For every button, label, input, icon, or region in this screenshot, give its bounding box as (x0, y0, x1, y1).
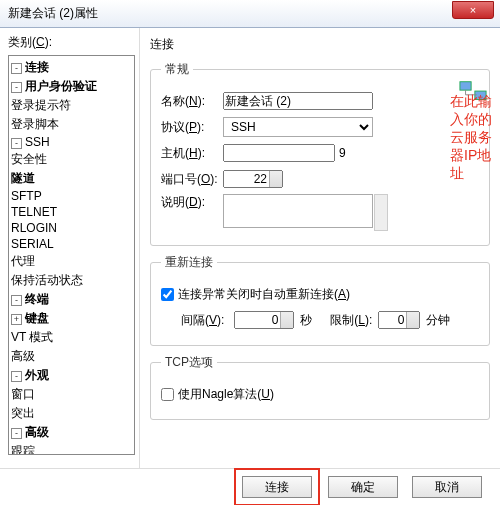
tree-item[interactable]: -外观 (11, 366, 132, 385)
tree-item-label: SERIAL (11, 237, 54, 251)
tree-item[interactable]: -连接 (11, 58, 132, 77)
protocol-select[interactable]: SSH (223, 117, 373, 137)
category-label: 类别(C): (8, 34, 135, 51)
tree-item[interactable]: 突出 (11, 404, 132, 423)
titlebar: 新建会话 (2)属性 × (0, 0, 500, 28)
tree-item[interactable]: 窗口 (11, 385, 132, 404)
tcp-legend: TCP选项 (161, 354, 217, 371)
close-button[interactable]: × (452, 1, 494, 19)
nagle-checkbox[interactable] (161, 388, 174, 401)
tree-item-label: SFTP (11, 189, 42, 203)
host-input[interactable] (223, 144, 335, 162)
tree-item[interactable]: -SSH (11, 134, 132, 150)
tree-item-label: 用户身份验证 (25, 79, 97, 93)
tree-item-label: 外观 (25, 368, 49, 382)
left-panel: 类别(C): -连接-用户身份验证登录提示符登录脚本-SSH安全性隧道SFTPT… (0, 28, 140, 468)
category-tree[interactable]: -连接-用户身份验证登录提示符登录脚本-SSH安全性隧道SFTPTELNETRL… (8, 55, 135, 455)
host-suffix: 9 (339, 146, 346, 160)
tree-item-label: VT 模式 (11, 330, 53, 344)
reconnect-group: 重新连接 连接异常关闭时自动重新连接(A) 间隔(V): 秒 限制(L): 分钟 (150, 254, 490, 346)
limit-label: 限制(L): (330, 312, 372, 329)
tree-item-label: 隧道 (11, 171, 35, 185)
footer: 连接 确定 取消 (0, 468, 500, 504)
annotation-text: 在此输入你的云服务器IP地址 (450, 92, 500, 182)
tree-item[interactable]: RLOGIN (11, 220, 132, 236)
tree-item-label: SSH (25, 135, 50, 149)
tcp-group: TCP选项 使用Nagle算法(U) (150, 354, 490, 420)
ok-button[interactable]: 确定 (328, 476, 398, 498)
tree-item-label: 连接 (25, 60, 49, 74)
limit-input[interactable] (378, 311, 420, 329)
name-input[interactable] (223, 92, 373, 110)
window-title: 新建会话 (2)属性 (8, 5, 452, 22)
tree-item-label: 键盘 (25, 311, 49, 325)
collapse-icon[interactable]: - (11, 371, 22, 382)
interval-label: 间隔(V): (181, 312, 224, 329)
collapse-icon[interactable]: - (11, 63, 22, 74)
tree-item[interactable]: +键盘 (11, 309, 132, 328)
connect-highlight: 连接 (240, 474, 314, 500)
reconnect-legend: 重新连接 (161, 254, 217, 271)
collapse-icon[interactable]: - (11, 138, 22, 149)
tree-item-label: 高级 (25, 425, 49, 439)
tree-item-label: 终端 (25, 292, 49, 306)
tree-item-label: TELNET (11, 205, 57, 219)
expand-icon[interactable]: + (11, 314, 22, 325)
tree-item-label: RLOGIN (11, 221, 57, 235)
tree-item[interactable]: SERIAL (11, 236, 132, 252)
page-heading: 连接 (150, 36, 490, 53)
scrollbar[interactable] (374, 194, 388, 231)
auto-reconnect-checkbox[interactable] (161, 288, 174, 301)
tree-item-label: 安全性 (11, 152, 47, 166)
tree-item[interactable]: -终端 (11, 290, 132, 309)
tree-item-label: 代理 (11, 254, 35, 268)
tree-item[interactable]: 登录脚本 (11, 115, 132, 134)
general-group: 常规 名称(N): 协议(P): SSH 主机(H): 9 端口号(O): 说明… (150, 61, 490, 246)
tree-item-label: 高级 (11, 349, 35, 363)
tree-item[interactable]: TELNET (11, 204, 132, 220)
tree-item-label: 登录提示符 (11, 98, 71, 112)
tree-item[interactable]: VT 模式 (11, 328, 132, 347)
tree-item[interactable]: -高级 (11, 423, 132, 442)
name-label: 名称(N): (161, 93, 223, 110)
connect-button[interactable]: 连接 (242, 476, 312, 498)
protocol-label: 协议(P): (161, 119, 223, 136)
tree-item[interactable]: 保持活动状态 (11, 271, 132, 290)
cancel-button[interactable]: 取消 (412, 476, 482, 498)
tree-item[interactable]: 安全性 (11, 150, 132, 169)
nagle-label: 使用Nagle算法(U) (178, 386, 274, 403)
tree-item-label: 登录脚本 (11, 117, 59, 131)
interval-input[interactable] (234, 311, 294, 329)
collapse-icon[interactable]: - (11, 295, 22, 306)
tree-item[interactable]: -用户身份验证 (11, 77, 132, 96)
right-panel: 连接 常规 名称(N): 协议(P): SSH 主机(H): 9 端口号(O): (140, 28, 500, 468)
tree-item[interactable]: SFTP (11, 188, 132, 204)
host-label: 主机(H): (161, 145, 223, 162)
tree-item[interactable]: 代理 (11, 252, 132, 271)
tree-item-label: 跟踪 (11, 444, 35, 455)
tree-item[interactable]: 登录提示符 (11, 96, 132, 115)
port-input[interactable] (223, 170, 283, 188)
tree-item[interactable]: 跟踪 (11, 442, 132, 455)
limit-unit: 分钟 (426, 312, 450, 329)
collapse-icon[interactable]: - (11, 82, 22, 93)
collapse-icon[interactable]: - (11, 428, 22, 439)
svg-rect-0 (460, 82, 471, 90)
tree-item[interactable]: 隧道 (11, 169, 132, 188)
desc-input[interactable] (223, 194, 373, 228)
tree-item-label: 突出 (11, 406, 35, 420)
desc-label: 说明(D): (161, 194, 223, 211)
tree-item-label: 窗口 (11, 387, 35, 401)
interval-unit: 秒 (300, 312, 312, 329)
port-label: 端口号(O): (161, 171, 223, 188)
tree-item[interactable]: 高级 (11, 347, 132, 366)
auto-reconnect-label: 连接异常关闭时自动重新连接(A) (178, 286, 350, 303)
general-legend: 常规 (161, 61, 193, 78)
tree-item-label: 保持活动状态 (11, 273, 83, 287)
